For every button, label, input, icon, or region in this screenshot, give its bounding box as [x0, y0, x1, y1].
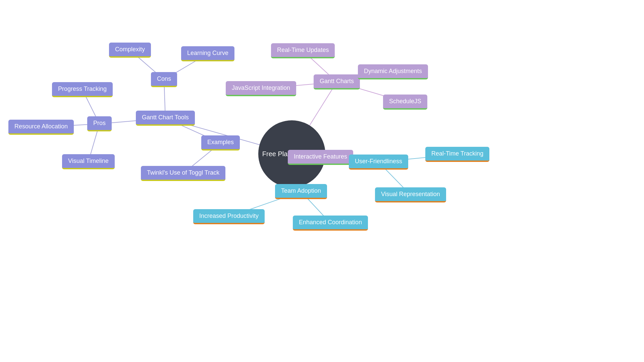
twinkl-node[interactable]: Twinkl's Use of Toggl Track	[141, 166, 225, 181]
examples-node[interactable]: Examples	[201, 135, 240, 150]
js-integration-node[interactable]: JavaScript Integration	[226, 81, 296, 96]
gantt-charts-node[interactable]: Gantt Charts	[314, 74, 360, 89]
visual-representation-node[interactable]: Visual Representation	[375, 187, 446, 202]
resource-allocation-node[interactable]: Resource Allocation	[8, 120, 74, 135]
enhanced-coordination-node[interactable]: Enhanced Coordination	[293, 216, 368, 231]
cons-node[interactable]: Cons	[151, 72, 177, 87]
interactive-features-node[interactable]: Interactive Features	[288, 150, 353, 165]
user-friendliness-node[interactable]: User-Friendliness	[349, 155, 408, 170]
visual-timeline-node[interactable]: Visual Timeline	[62, 154, 115, 169]
dynamic-adjustments-node[interactable]: Dynamic Adjustments	[358, 64, 428, 79]
pros-node[interactable]: Pros	[87, 116, 112, 131]
schedulejs-node[interactable]: ScheduleJS	[383, 95, 427, 110]
learning-curve-node[interactable]: Learning Curve	[181, 46, 234, 61]
team-adoption-node[interactable]: Team Adoption	[275, 184, 327, 199]
gantt-chart-tools-node[interactable]: Gantt Chart Tools	[136, 111, 195, 126]
progress-tracking-node[interactable]: Progress Tracking	[52, 82, 113, 97]
real-time-updates-node[interactable]: Real-Time Updates	[271, 43, 335, 58]
real-time-tracking-node[interactable]: Real-Time Tracking	[425, 147, 489, 162]
increased-productivity-node[interactable]: Increased Productivity	[193, 209, 265, 224]
complexity-node[interactable]: Complexity	[109, 43, 151, 58]
